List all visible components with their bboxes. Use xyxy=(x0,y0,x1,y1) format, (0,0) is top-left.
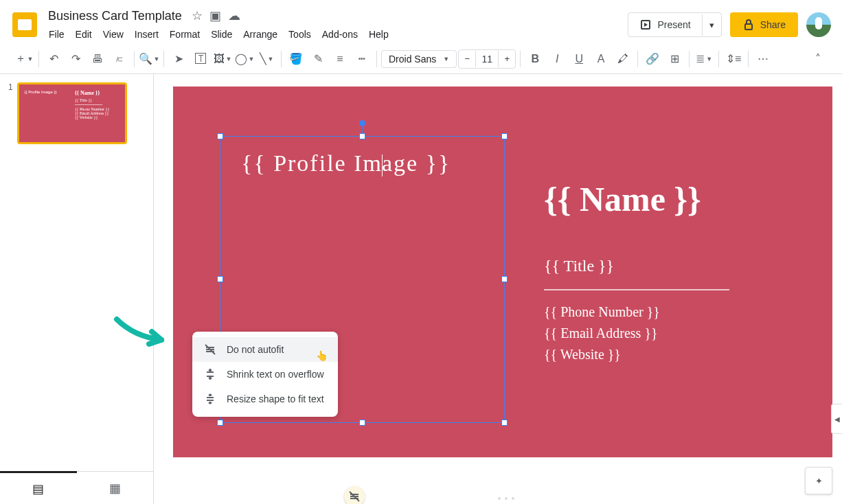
doc-title[interactable]: Business Card Template xyxy=(44,8,186,25)
title-area: Business Card Template ☆ ▣ ☁ File Edit V… xyxy=(44,8,628,43)
line-spacing-button[interactable]: ⇕≡ xyxy=(723,49,744,69)
slides-logo[interactable] xyxy=(11,11,38,38)
slide-thumbnail-wrap: 1 {{ Profile Image }} {{ Name }} {{ Titl… xyxy=(8,82,145,144)
font-size-value[interactable]: 11 xyxy=(475,51,499,67)
autofit-option-resize[interactable]: Resize shape to fit text xyxy=(192,387,338,411)
autofit-option-none-label: Do not autofit xyxy=(227,344,284,355)
toolbar-separator xyxy=(748,51,749,67)
present-button-group: Present ▾ xyxy=(628,12,721,37)
menu-insert[interactable]: Insert xyxy=(130,26,163,43)
resize-handle-ml[interactable] xyxy=(217,276,223,282)
share-label: Share xyxy=(760,19,786,30)
svg-rect-1 xyxy=(745,24,752,30)
autofit-indicator-icon[interactable] xyxy=(344,486,365,504)
menu-arrange[interactable]: Arrange xyxy=(238,26,282,43)
menu-file[interactable]: File xyxy=(44,26,69,43)
toolbar-separator xyxy=(163,51,164,67)
border-dash-button[interactable]: ┅ xyxy=(352,49,372,69)
share-button[interactable]: Share xyxy=(730,12,798,37)
thumb-profile: {{ Profile Image }} xyxy=(25,90,69,137)
speaker-notes-handle[interactable] xyxy=(498,497,514,500)
autofit-menu: Do not autofit Shrink text on overflow R… xyxy=(192,332,338,417)
highlight-color-button[interactable]: 🖍 xyxy=(613,49,633,69)
autofit-option-none[interactable]: Do not autofit xyxy=(192,337,338,362)
font-family-select[interactable]: Droid Sans ▼ xyxy=(381,50,457,68)
insert-comment-button[interactable]: ⊞ xyxy=(664,49,685,69)
canvas-area[interactable]: {{ Profile Image }} {{ Name }} {{ Title … xyxy=(154,74,842,504)
redo-button[interactable]: ↷ xyxy=(65,49,86,69)
align-button[interactable]: ≣▼ xyxy=(694,49,714,69)
move-icon[interactable]: ▣ xyxy=(209,8,221,23)
image-tool[interactable]: 🖼▼ xyxy=(212,49,233,69)
text-color-button[interactable]: A xyxy=(591,49,611,69)
present-button[interactable]: Present xyxy=(628,13,701,36)
title-row: Business Card Template ☆ ▣ ☁ xyxy=(44,8,628,25)
resize-handle-bl[interactable] xyxy=(217,420,223,426)
name-placeholder[interactable]: {{ Name }} xyxy=(544,179,729,219)
app-header: Business Card Template ☆ ▣ ☁ File Edit V… xyxy=(0,0,842,44)
menu-edit[interactable]: Edit xyxy=(71,26,97,43)
account-avatar[interactable] xyxy=(806,12,831,37)
filmstrip-view-tab[interactable]: ▤ xyxy=(0,471,77,504)
italic-button[interactable]: I xyxy=(547,49,567,69)
menu-addons[interactable]: Add-ons xyxy=(317,26,363,43)
border-weight-button[interactable]: ≡ xyxy=(330,49,350,69)
thumb-line xyxy=(75,104,102,105)
underline-button[interactable]: U xyxy=(569,49,589,69)
select-tool[interactable]: ➤ xyxy=(168,49,189,69)
bold-button[interactable]: B xyxy=(525,49,545,69)
font-size-increase[interactable]: + xyxy=(499,50,515,68)
profile-text-pre: {{ Profile Im xyxy=(241,150,383,176)
menu-slide[interactable]: Slide xyxy=(206,26,237,43)
autofit-option-shrink[interactable]: Shrink text on overflow xyxy=(192,362,338,387)
email-placeholder[interactable]: {{ Email Address }} xyxy=(544,325,729,341)
border-color-button[interactable]: ✎ xyxy=(308,49,328,69)
title-placeholder[interactable]: {{ Title }} xyxy=(544,257,729,275)
toolbar-separator xyxy=(281,51,282,67)
toolbar-separator xyxy=(520,51,521,67)
star-icon[interactable]: ☆ xyxy=(192,8,203,23)
resize-handle-br[interactable] xyxy=(501,420,508,426)
cloud-icon[interactable]: ☁ xyxy=(228,8,240,23)
font-family-value: Droid Sans xyxy=(389,54,436,65)
more-button[interactable]: ⋯ xyxy=(753,49,773,69)
fill-color-button[interactable]: 🪣 xyxy=(286,49,306,69)
resize-handle-tr[interactable] xyxy=(501,133,508,139)
header-right: Present ▾ Share xyxy=(628,12,831,37)
textbox-tool[interactable]: 🅃 xyxy=(190,49,211,69)
explore-button[interactable]: ✦ xyxy=(805,467,832,494)
line-tool[interactable]: ╲▼ xyxy=(256,49,277,69)
resize-handle-tl[interactable] xyxy=(217,133,223,139)
slide-number: 1 xyxy=(8,82,13,144)
zoom-button[interactable]: 🔍▼ xyxy=(139,49,159,69)
resize-handle-tm[interactable] xyxy=(359,133,365,139)
phone-placeholder[interactable]: {{ Phone Number }} xyxy=(544,304,729,320)
collapse-toolbar-button[interactable]: ˄ xyxy=(808,49,828,69)
thumb-name: {{ Name }} xyxy=(75,90,120,96)
website-placeholder[interactable]: {{ Website }} xyxy=(544,347,729,363)
toolbar: ＋▼ ↶ ↷ 🖶 ⟈ 🔍▼ ➤ 🅃 🖼▼ ◯▼ ╲▼ 🪣 ✎ ≡ ┅ Droid… xyxy=(0,44,842,74)
slide-thumbnail-1[interactable]: {{ Profile Image }} {{ Name }} {{ Title … xyxy=(17,82,127,144)
new-slide-button[interactable]: ＋▼ xyxy=(14,49,34,69)
menu-help[interactable]: Help xyxy=(364,26,394,43)
resize-handle-bm[interactable] xyxy=(359,420,365,426)
shape-tool[interactable]: ◯▼ xyxy=(234,49,255,69)
expand-side-panel[interactable]: ◀ xyxy=(831,404,842,434)
insert-link-button[interactable]: 🔗 xyxy=(642,49,663,69)
menu-format[interactable]: Format xyxy=(165,26,205,43)
undo-button[interactable]: ↶ xyxy=(43,49,64,69)
print-button[interactable]: 🖶 xyxy=(87,49,108,69)
present-dropdown[interactable]: ▾ xyxy=(702,14,721,36)
font-size-decrease[interactable]: − xyxy=(459,50,475,68)
grid-view-tab[interactable]: ▦ xyxy=(77,472,154,504)
rotate-handle[interactable] xyxy=(359,120,365,126)
profile-image-text[interactable]: {{ Profile Image }} xyxy=(220,137,504,190)
resize-handle-mr[interactable] xyxy=(501,276,508,282)
paint-format-button[interactable]: ⟈ xyxy=(109,49,130,69)
title-icons: ☆ ▣ ☁ xyxy=(192,8,240,23)
toolbar-separator xyxy=(38,51,39,67)
toolbar-separator xyxy=(689,51,690,67)
toolbar-separator xyxy=(134,51,135,67)
menu-tools[interactable]: Tools xyxy=(284,26,316,43)
menu-view[interactable]: View xyxy=(98,26,128,43)
